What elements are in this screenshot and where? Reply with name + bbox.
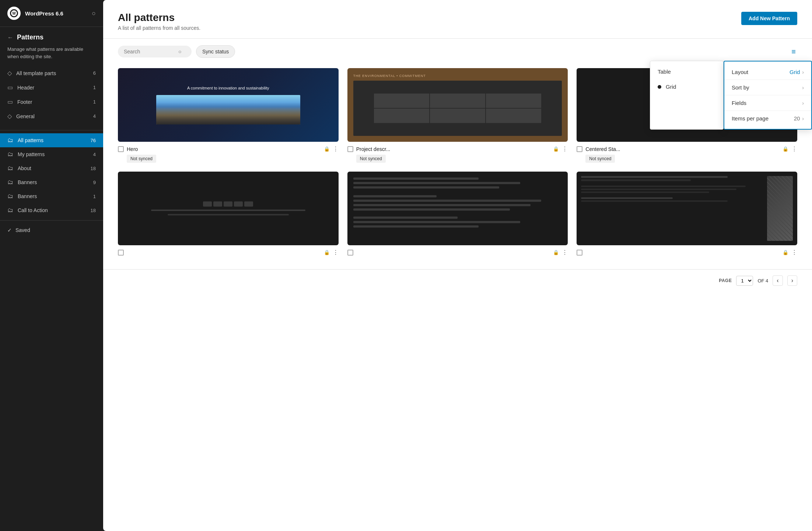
sidebar-label-about: About (18, 165, 86, 171)
sidebar-item-banners[interactable]: 🗂 Banners 9 (0, 175, 103, 189)
sidebar-item-footer[interactable]: ▭ Footer 1 (0, 95, 103, 109)
sidebar-count-banners2: 1 (93, 194, 96, 199)
sidebar-item-my-patterns[interactable]: 🗂 My patterns 4 (0, 147, 103, 161)
pattern-thumb-project: THE ENVIRONMENTAL • COMMITMENT (347, 68, 568, 142)
sidebar-item-about[interactable]: 🗂 About 18 (0, 161, 103, 175)
saved-check-icon: ✓ (7, 227, 12, 233)
sidebar-section-title: Patterns (17, 34, 43, 41)
sync-badge-hero: Not synced (127, 155, 156, 163)
more-options-6[interactable]: ⋮ (791, 249, 797, 256)
more-options-4[interactable]: ⋮ (333, 249, 339, 256)
pattern-card-5[interactable]: 🔒 ⋮ (347, 172, 568, 258)
sidebar-item-call-to-action[interactable]: 🗂 Call to Action 18 (0, 203, 103, 217)
items-per-page-setting[interactable]: Items per page 20 › (724, 111, 811, 126)
pattern-thumb-5 (347, 172, 568, 245)
prev-page-button[interactable]: ‹ (773, 275, 783, 286)
banners-icon: 🗂 (7, 179, 13, 186)
search-box: ○ (118, 46, 192, 57)
pattern-checkbox-6[interactable] (577, 250, 582, 256)
items-per-page-label: Items per page (732, 115, 769, 122)
more-options-hero[interactable]: ⋮ (333, 145, 339, 152)
sidebar-label-all-patterns: All patterns (18, 137, 86, 143)
all-patterns-icon: 🗂 (7, 137, 13, 144)
sidebar-count-call-to-action: 18 (91, 208, 96, 213)
lock-icon-6: 🔒 (783, 250, 788, 255)
more-options-5[interactable]: ⋮ (562, 249, 568, 256)
sidebar-label-call-to-action: Call to Action (18, 207, 86, 213)
items-per-page-chevron-icon: › (802, 116, 804, 122)
pattern-info-4: 🔒 ⋮ (118, 249, 339, 256)
layout-value-container: Grid › (790, 69, 804, 75)
sort-by-setting[interactable]: Sort by › (724, 80, 811, 95)
more-options-centered[interactable]: ⋮ (791, 145, 797, 152)
sidebar-header: WordPress 6.6 ○ (0, 0, 103, 27)
pattern-checkbox-hero[interactable] (118, 146, 124, 152)
sidebar-item-saved[interactable]: ✓ Saved (0, 224, 103, 237)
sidebar-count-all-patterns: 76 (91, 138, 96, 143)
main-content: All patterns A list of all patterns from… (103, 0, 812, 531)
sidebar-label-header: Header (17, 85, 89, 91)
my-patterns-icon: 🗂 (7, 151, 13, 158)
sidebar-item-general[interactable]: ◇ General 4 (0, 109, 103, 123)
settings-dropdown: Layout Grid › Sort by › Fields › Items p… (724, 61, 812, 130)
sidebar-description: Manage what patterns are available when … (0, 43, 103, 66)
sidebar-count-my-patterns: 4 (93, 152, 96, 157)
fields-label: Fields (732, 100, 746, 106)
about-icon: 🗂 (7, 165, 13, 172)
fields-setting[interactable]: Fields › (724, 95, 811, 111)
grid-option-label: Grid (666, 84, 676, 90)
layout-setting[interactable]: Layout Grid › (724, 64, 811, 80)
pattern-info-5: 🔒 ⋮ (347, 249, 568, 256)
items-per-page-value-container: 20 › (794, 115, 804, 122)
filter-settings-button[interactable]: ≡ (790, 46, 797, 57)
sidebar-label-banners: Banners (18, 179, 89, 185)
sidebar-count-footer: 1 (93, 99, 96, 105)
wp-logo (7, 7, 21, 20)
sync-status-button[interactable]: Sync status (196, 45, 235, 58)
add-new-pattern-button[interactable]: Add New Pattern (741, 12, 797, 25)
next-page-button[interactable]: › (787, 275, 797, 286)
toolbar: ○ Sync status ≡ Table Grid Layout (103, 39, 812, 64)
pattern-checkbox-5[interactable] (347, 250, 353, 256)
search-input[interactable] (124, 49, 175, 54)
back-arrow-icon[interactable]: ← (7, 34, 13, 41)
pattern-checkbox-project[interactable] (347, 146, 353, 152)
pattern-card-hero[interactable]: A commitment to innovation and sustainab… (118, 68, 339, 163)
table-option[interactable]: Table (650, 64, 723, 79)
lock-icon-4: 🔒 (324, 250, 330, 255)
pattern-card-project[interactable]: THE ENVIRONMENTAL • COMMITMENT Project d… (347, 68, 568, 163)
sidebar-item-header[interactable]: ▭ Header 1 (0, 80, 103, 95)
items-per-page-value: 20 (794, 115, 800, 122)
sidebar-count-header: 1 (93, 85, 96, 90)
page-select[interactable]: 1 2 3 4 (736, 276, 753, 286)
sidebar: WordPress 6.6 ○ ← Patterns Manage what p… (0, 0, 103, 531)
sidebar-label-banners2: Banners (18, 193, 89, 199)
header-icon: ▭ (7, 84, 13, 91)
sidebar-nav-top: ← Patterns (0, 27, 103, 43)
table-option-label: Table (658, 68, 671, 75)
sidebar-item-template-parts[interactable]: ◇ All template parts 6 (0, 66, 103, 80)
more-options-project[interactable]: ⋮ (562, 145, 568, 152)
dropdown-container: Table Grid Layout Grid › Sort by (650, 61, 812, 130)
pattern-thumb-6 (577, 172, 797, 245)
pattern-info-hero: Hero 🔒 ⋮ (118, 145, 339, 152)
main-header: All patterns A list of all patterns from… (103, 0, 812, 39)
pattern-name-hero: Hero (127, 146, 321, 152)
lock-icon-project: 🔒 (553, 146, 559, 152)
sidebar-item-all-patterns[interactable]: 🗂 All patterns 76 (0, 133, 103, 147)
sidebar-divider (0, 130, 103, 130)
sidebar-count-general: 4 (93, 113, 96, 119)
global-search-icon[interactable]: ○ (92, 10, 96, 17)
layout-value: Grid (790, 69, 800, 75)
grid-option[interactable]: Grid (650, 79, 723, 94)
pattern-card-6[interactable]: 🔒 ⋮ (577, 172, 797, 258)
sidebar-item-banners2[interactable]: 🗂 Banners 1 (0, 189, 103, 203)
sidebar-count-template-parts: 6 (93, 70, 96, 76)
pattern-card-4[interactable]: 🔒 ⋮ (118, 172, 339, 258)
wp-version-label: WordPress 6.6 (25, 10, 87, 17)
pattern-checkbox-centered[interactable] (577, 146, 582, 152)
sidebar-count-banners: 9 (93, 180, 96, 185)
pattern-checkbox-4[interactable] (118, 250, 124, 256)
pattern-name-project: Project descr... (356, 146, 550, 152)
sidebar-template-items: ◇ All template parts 6 ▭ Header 1 ▭ Foot… (0, 66, 103, 127)
